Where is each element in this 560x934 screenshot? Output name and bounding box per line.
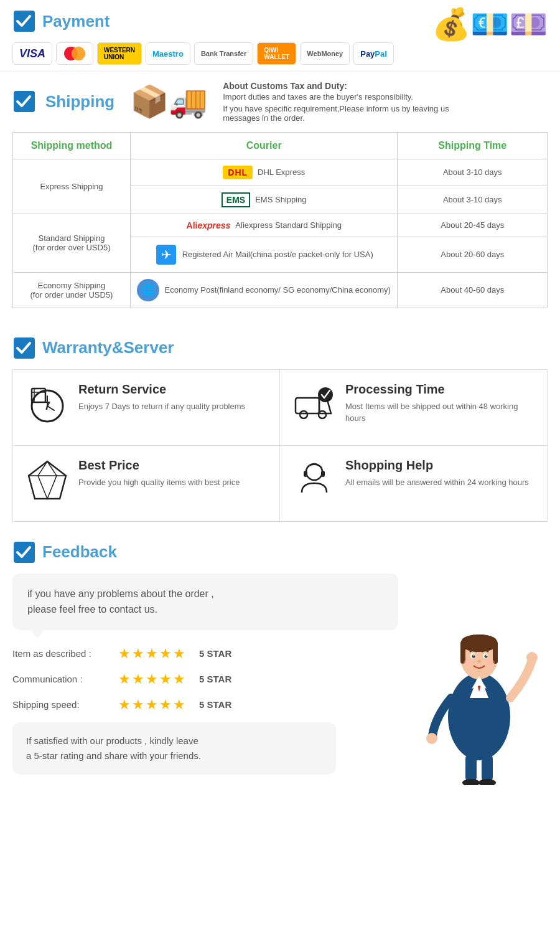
col-method: Shipping method bbox=[13, 132, 131, 159]
bottom-bubble: If satisfied with our products , kindly … bbox=[12, 722, 336, 775]
ali-name: Aliexpress Standard Shipping bbox=[235, 220, 342, 230]
stars-3: ★★★★★ bbox=[118, 697, 187, 713]
best-price-icon bbox=[26, 458, 69, 509]
processing-content: Processing Time Most Items will be shipp… bbox=[345, 382, 534, 425]
time-economy: About 40-60 days bbox=[398, 272, 548, 308]
airmail-name: Registered Air Mail(china post/e packet-… bbox=[182, 250, 373, 259]
courier-ems: EMS EMS Shipping bbox=[130, 186, 398, 214]
price-title: Best Price bbox=[78, 458, 240, 473]
ratings-container: Item as described : ★★★★★ 5 STAR Communi… bbox=[12, 646, 398, 713]
customs-info: About Customs Tax and Duty: Import dutie… bbox=[223, 81, 449, 123]
payment-section: Payment VISA WESTERNUNION Maestro Bank T… bbox=[0, 0, 560, 72]
ems-name: EMS Shipping bbox=[255, 195, 306, 204]
svg-point-15 bbox=[319, 411, 326, 418]
paypal-logo: PayPal bbox=[353, 42, 394, 65]
svg-rect-45 bbox=[482, 754, 493, 782]
service-person-figure bbox=[411, 573, 548, 785]
visa-logo: VISA bbox=[12, 42, 52, 65]
svg-point-14 bbox=[300, 411, 307, 418]
method-economy: Economy Shipping(for order under USD5) bbox=[13, 272, 131, 308]
col-time: Shipping Time bbox=[398, 132, 548, 159]
method-standard: Standard Shipping(for order over USD5) bbox=[13, 214, 131, 272]
un-icon: 🌐 bbox=[137, 279, 159, 301]
processing-time-icon bbox=[292, 382, 336, 433]
payment-title-row: Payment bbox=[12, 9, 394, 33]
star-value-2: 5 STAR bbox=[199, 674, 231, 684]
processing-desc: Most Items will be shipped out within 48… bbox=[345, 400, 534, 425]
warranty-grid: 7 Return Service Enjoys 7 Days to return… bbox=[12, 369, 548, 522]
feedback-title-row: Feedback bbox=[12, 540, 548, 564]
customs-line1: Import duties and taxes are the buyer's … bbox=[223, 91, 449, 104]
svg-rect-22 bbox=[321, 471, 325, 477]
return-desc: Enjoys 7 Days to return if any quality p… bbox=[78, 400, 245, 413]
service-lady-svg bbox=[417, 573, 541, 785]
ems-badge: EMS bbox=[222, 192, 250, 207]
rating-row-shipping: Shipping speed: ★★★★★ 5 STAR bbox=[12, 697, 398, 713]
economy-name: Economy Post(finland economy/ SG economy… bbox=[164, 285, 390, 295]
western-union-logo: WESTERNUNION bbox=[97, 42, 142, 65]
price-content: Best Price Provide you high quality item… bbox=[78, 458, 240, 489]
shopping-help-icon bbox=[292, 458, 336, 509]
feedback-left: if you have any problems about the order… bbox=[12, 573, 398, 785]
warranty-item-processing: Processing Time Most Items will be shipp… bbox=[280, 370, 547, 446]
rating-row-item: Item as described : ★★★★★ 5 STAR bbox=[12, 646, 398, 662]
table-row: Standard Shipping(for order over USD5) A… bbox=[13, 214, 548, 237]
warranty-title-row: Warranty&Server bbox=[12, 336, 548, 360]
time-ems: About 3-10 days bbox=[398, 186, 548, 214]
return-service-content: Return Service Enjoys 7 Days to return i… bbox=[78, 382, 245, 413]
courier-economy: 🌐 Economy Post(finland economy/ SG econo… bbox=[130, 272, 398, 308]
col-courier: Courier bbox=[130, 132, 398, 159]
customs-line2: If you have specific requirement,Please … bbox=[223, 104, 449, 113]
shipping-illustration: 📦🚚 bbox=[130, 83, 207, 120]
svg-point-32 bbox=[462, 634, 497, 647]
shipping-heading: Shipping bbox=[45, 92, 114, 111]
time-airmail: About 20-60 days bbox=[398, 237, 548, 272]
table-row: Express Shipping DHL DHL Express About 3… bbox=[13, 159, 548, 186]
svg-point-43 bbox=[426, 733, 437, 744]
courier-ali: Aliexpress Aliexpress Standard Shipping bbox=[130, 214, 398, 237]
shipping-checkmark-icon bbox=[12, 90, 36, 113]
svg-rect-44 bbox=[465, 754, 477, 782]
feedback-inner: if you have any problems about the order… bbox=[12, 573, 548, 785]
maestro-logo: Maestro bbox=[146, 42, 190, 65]
svg-point-40 bbox=[464, 659, 472, 666]
rating-label-2: Communication : bbox=[12, 674, 112, 684]
feedback-checkmark-icon bbox=[12, 540, 36, 564]
warranty-item-return: 7 Return Service Enjoys 7 Days to return… bbox=[13, 370, 280, 446]
feedback-bubble: if you have any problems about the order… bbox=[12, 573, 398, 630]
star-value-3: 5 STAR bbox=[199, 699, 231, 710]
table-row: Economy Shipping(for order under USD5) 🌐… bbox=[13, 272, 548, 308]
svg-rect-12 bbox=[296, 398, 319, 413]
svg-point-41 bbox=[486, 659, 495, 666]
feedback-heading: Feedback bbox=[42, 542, 117, 562]
help-title: Shopping Help bbox=[345, 458, 529, 473]
help-desc: All emails will be answered within 24 wo… bbox=[345, 476, 529, 489]
method-express: Express Shipping bbox=[13, 159, 131, 214]
help-content: Shopping Help All emails will be answere… bbox=[345, 458, 529, 489]
stars-1: ★★★★★ bbox=[118, 646, 187, 662]
qiwi-logo: QIWIWALLET bbox=[257, 42, 296, 65]
svg-text:✈: ✈ bbox=[161, 248, 171, 262]
return-title: Return Service bbox=[78, 382, 245, 397]
svg-point-37 bbox=[474, 655, 475, 656]
ali-badge: Aliexpress bbox=[187, 220, 231, 230]
courier-airmail: ✈ Registered Air Mail(china post/e packe… bbox=[130, 237, 398, 272]
warranty-item-price: Best Price Provide you high quality item… bbox=[13, 446, 280, 521]
courier-dhl: DHL DHL Express bbox=[130, 159, 398, 186]
svg-point-42 bbox=[526, 652, 538, 663]
money-bags-icon: 💰💶💷 bbox=[432, 6, 548, 42]
warranty-section: Warranty&Server 7 Return Se bbox=[0, 327, 560, 531]
airmail-icon: ✈ bbox=[155, 243, 177, 266]
time-ali: About 20-45 days bbox=[398, 214, 548, 237]
payment-logos-row: VISA WESTERNUNION Maestro Bank Transfer … bbox=[12, 42, 394, 65]
shipping-table: Shipping method Courier Shipping Time Ex… bbox=[12, 132, 548, 308]
rating-row-communication: Communication : ★★★★★ 5 STAR bbox=[12, 671, 398, 687]
rating-label-1: Item as described : bbox=[12, 648, 112, 659]
shipping-section: Shipping 📦🚚 About Customs Tax and Duty: … bbox=[0, 72, 560, 327]
price-desc: Provide you high quality items with best… bbox=[78, 476, 240, 489]
feedback-section: Feedback if you have any problems about … bbox=[0, 531, 560, 795]
svg-point-47 bbox=[478, 779, 496, 785]
svg-point-46 bbox=[462, 779, 480, 785]
dhl-badge: DHL bbox=[223, 166, 253, 179]
checkmark-icon bbox=[12, 9, 36, 33]
